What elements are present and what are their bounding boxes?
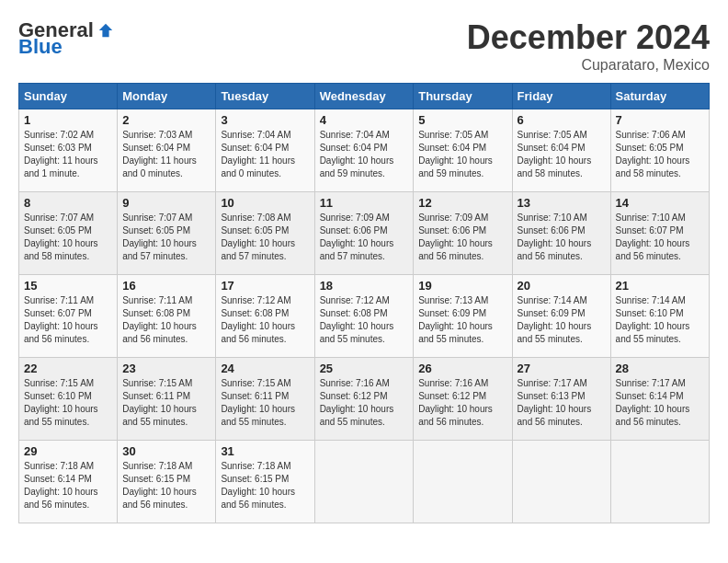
day-number: 14 bbox=[616, 196, 704, 210]
calendar-cell: 5Sunrise: 7:05 AM Sunset: 6:04 PM Daylig… bbox=[414, 109, 512, 192]
calendar-cell: 21Sunrise: 7:14 AM Sunset: 6:10 PM Dayli… bbox=[610, 275, 709, 358]
day-number: 11 bbox=[320, 196, 409, 210]
day-info: Sunrise: 7:11 AM Sunset: 6:07 PM Dayligh… bbox=[24, 294, 112, 346]
week-row-5: 29Sunrise: 7:18 AM Sunset: 6:14 PM Dayli… bbox=[19, 441, 710, 523]
title-section: December 2024 Cuparataro, Mexico bbox=[467, 18, 710, 74]
day-number: 22 bbox=[24, 362, 112, 375]
calendar-cell bbox=[610, 441, 709, 523]
logo-blue-text: Blue bbox=[18, 35, 63, 59]
day-number: 18 bbox=[320, 279, 409, 293]
weekday-header-tuesday: Tuesday bbox=[216, 84, 314, 109]
day-info: Sunrise: 7:08 AM Sunset: 6:05 PM Dayligh… bbox=[221, 212, 309, 263]
day-info: Sunrise: 7:16 AM Sunset: 6:12 PM Dayligh… bbox=[418, 377, 506, 429]
calendar-cell: 2Sunrise: 7:03 AM Sunset: 6:04 PM Daylig… bbox=[118, 109, 216, 192]
month-title: December 2024 bbox=[467, 18, 710, 57]
day-number: 3 bbox=[221, 113, 309, 127]
day-info: Sunrise: 7:07 AM Sunset: 6:05 PM Dayligh… bbox=[122, 212, 210, 263]
calendar-cell: 7Sunrise: 7:06 AM Sunset: 6:05 PM Daylig… bbox=[610, 109, 709, 192]
week-row-3: 15Sunrise: 7:11 AM Sunset: 6:07 PM Dayli… bbox=[19, 275, 710, 358]
day-info: Sunrise: 7:11 AM Sunset: 6:08 PM Dayligh… bbox=[122, 294, 210, 346]
logo-icon bbox=[97, 22, 114, 39]
day-number: 10 bbox=[221, 196, 309, 210]
weekday-header-sunday: Sunday bbox=[19, 84, 118, 109]
day-number: 7 bbox=[616, 113, 704, 127]
calendar-cell bbox=[314, 441, 414, 523]
calendar-cell: 4Sunrise: 7:04 AM Sunset: 6:04 PM Daylig… bbox=[314, 109, 414, 192]
calendar-cell: 26Sunrise: 7:16 AM Sunset: 6:12 PM Dayli… bbox=[414, 358, 512, 441]
calendar-cell: 29Sunrise: 7:18 AM Sunset: 6:14 PM Dayli… bbox=[19, 441, 118, 523]
day-info: Sunrise: 7:15 AM Sunset: 6:11 PM Dayligh… bbox=[221, 377, 309, 429]
day-number: 25 bbox=[320, 362, 409, 375]
day-info: Sunrise: 7:12 AM Sunset: 6:08 PM Dayligh… bbox=[221, 294, 309, 346]
day-number: 5 bbox=[418, 113, 506, 127]
logo: General Blue bbox=[18, 18, 114, 59]
day-number: 24 bbox=[221, 362, 309, 375]
day-info: Sunrise: 7:04 AM Sunset: 6:04 PM Dayligh… bbox=[320, 129, 409, 180]
day-info: Sunrise: 7:12 AM Sunset: 6:08 PM Dayligh… bbox=[320, 294, 409, 346]
day-info: Sunrise: 7:18 AM Sunset: 6:15 PM Dayligh… bbox=[221, 460, 309, 511]
calendar-cell: 14Sunrise: 7:10 AM Sunset: 6:07 PM Dayli… bbox=[610, 192, 709, 275]
calendar-cell: 28Sunrise: 7:17 AM Sunset: 6:14 PM Dayli… bbox=[610, 358, 709, 441]
day-info: Sunrise: 7:18 AM Sunset: 6:14 PM Dayligh… bbox=[24, 460, 112, 511]
day-info: Sunrise: 7:02 AM Sunset: 6:03 PM Dayligh… bbox=[24, 129, 112, 180]
calendar-cell: 22Sunrise: 7:15 AM Sunset: 6:10 PM Dayli… bbox=[19, 358, 118, 441]
page-header: General Blue December 2024 Cuparataro, M… bbox=[18, 18, 710, 74]
day-number: 15 bbox=[24, 279, 112, 293]
week-row-4: 22Sunrise: 7:15 AM Sunset: 6:10 PM Dayli… bbox=[19, 358, 710, 441]
day-info: Sunrise: 7:05 AM Sunset: 6:04 PM Dayligh… bbox=[418, 129, 506, 180]
calendar-cell: 1Sunrise: 7:02 AM Sunset: 6:03 PM Daylig… bbox=[19, 109, 118, 192]
day-info: Sunrise: 7:15 AM Sunset: 6:11 PM Dayligh… bbox=[122, 377, 210, 429]
calendar-cell: 15Sunrise: 7:11 AM Sunset: 6:07 PM Dayli… bbox=[19, 275, 118, 358]
weekday-header-wednesday: Wednesday bbox=[314, 84, 414, 109]
day-info: Sunrise: 7:04 AM Sunset: 6:04 PM Dayligh… bbox=[221, 129, 309, 180]
calendar-cell: 17Sunrise: 7:12 AM Sunset: 6:08 PM Dayli… bbox=[216, 275, 314, 358]
day-number: 12 bbox=[418, 196, 506, 210]
day-number: 29 bbox=[24, 444, 112, 458]
day-number: 2 bbox=[122, 113, 210, 127]
weekday-header-thursday: Thursday bbox=[414, 84, 512, 109]
weekday-header-row: SundayMondayTuesdayWednesdayThursdayFrid… bbox=[19, 84, 710, 109]
calendar-cell: 16Sunrise: 7:11 AM Sunset: 6:08 PM Dayli… bbox=[118, 275, 216, 358]
day-info: Sunrise: 7:17 AM Sunset: 6:14 PM Dayligh… bbox=[616, 377, 704, 429]
day-number: 23 bbox=[122, 362, 210, 375]
calendar-cell: 9Sunrise: 7:07 AM Sunset: 6:05 PM Daylig… bbox=[118, 192, 216, 275]
svg-marker-0 bbox=[99, 24, 112, 37]
calendar-cell: 12Sunrise: 7:09 AM Sunset: 6:06 PM Dayli… bbox=[414, 192, 512, 275]
calendar-cell: 8Sunrise: 7:07 AM Sunset: 6:05 PM Daylig… bbox=[19, 192, 118, 275]
calendar-cell: 11Sunrise: 7:09 AM Sunset: 6:06 PM Dayli… bbox=[314, 192, 414, 275]
week-row-1: 1Sunrise: 7:02 AM Sunset: 6:03 PM Daylig… bbox=[19, 109, 710, 192]
day-number: 1 bbox=[24, 113, 112, 127]
calendar-cell: 18Sunrise: 7:12 AM Sunset: 6:08 PM Dayli… bbox=[314, 275, 414, 358]
day-info: Sunrise: 7:07 AM Sunset: 6:05 PM Dayligh… bbox=[24, 212, 112, 263]
day-info: Sunrise: 7:09 AM Sunset: 6:06 PM Dayligh… bbox=[418, 212, 506, 263]
day-info: Sunrise: 7:14 AM Sunset: 6:10 PM Dayligh… bbox=[616, 294, 704, 346]
day-number: 27 bbox=[518, 362, 606, 375]
day-number: 9 bbox=[122, 196, 210, 210]
weekday-header-friday: Friday bbox=[512, 84, 610, 109]
calendar-table: SundayMondayTuesdayWednesdayThursdayFrid… bbox=[18, 83, 710, 523]
day-number: 19 bbox=[418, 279, 506, 293]
day-number: 26 bbox=[418, 362, 506, 375]
day-number: 20 bbox=[518, 279, 606, 293]
day-info: Sunrise: 7:06 AM Sunset: 6:05 PM Dayligh… bbox=[616, 129, 704, 180]
day-number: 16 bbox=[122, 279, 210, 293]
day-info: Sunrise: 7:03 AM Sunset: 6:04 PM Dayligh… bbox=[122, 129, 210, 180]
day-number: 28 bbox=[616, 362, 704, 375]
calendar-cell: 24Sunrise: 7:15 AM Sunset: 6:11 PM Dayli… bbox=[216, 358, 314, 441]
weekday-header-saturday: Saturday bbox=[610, 84, 709, 109]
day-number: 13 bbox=[518, 196, 606, 210]
calendar-cell: 3Sunrise: 7:04 AM Sunset: 6:04 PM Daylig… bbox=[216, 109, 314, 192]
day-number: 8 bbox=[24, 196, 112, 210]
calendar-cell: 27Sunrise: 7:17 AM Sunset: 6:13 PM Dayli… bbox=[512, 358, 610, 441]
calendar-cell: 25Sunrise: 7:16 AM Sunset: 6:12 PM Dayli… bbox=[314, 358, 414, 441]
day-number: 17 bbox=[221, 279, 309, 293]
day-info: Sunrise: 7:17 AM Sunset: 6:13 PM Dayligh… bbox=[518, 377, 606, 429]
day-info: Sunrise: 7:13 AM Sunset: 6:09 PM Dayligh… bbox=[418, 294, 506, 346]
location: Cuparataro, Mexico bbox=[467, 57, 710, 74]
calendar-cell: 23Sunrise: 7:15 AM Sunset: 6:11 PM Dayli… bbox=[118, 358, 216, 441]
calendar-cell: 6Sunrise: 7:05 AM Sunset: 6:04 PM Daylig… bbox=[512, 109, 610, 192]
calendar-cell: 31Sunrise: 7:18 AM Sunset: 6:15 PM Dayli… bbox=[216, 441, 314, 523]
day-number: 30 bbox=[122, 444, 210, 458]
calendar-cell: 19Sunrise: 7:13 AM Sunset: 6:09 PM Dayli… bbox=[414, 275, 512, 358]
day-info: Sunrise: 7:05 AM Sunset: 6:04 PM Dayligh… bbox=[518, 129, 606, 180]
